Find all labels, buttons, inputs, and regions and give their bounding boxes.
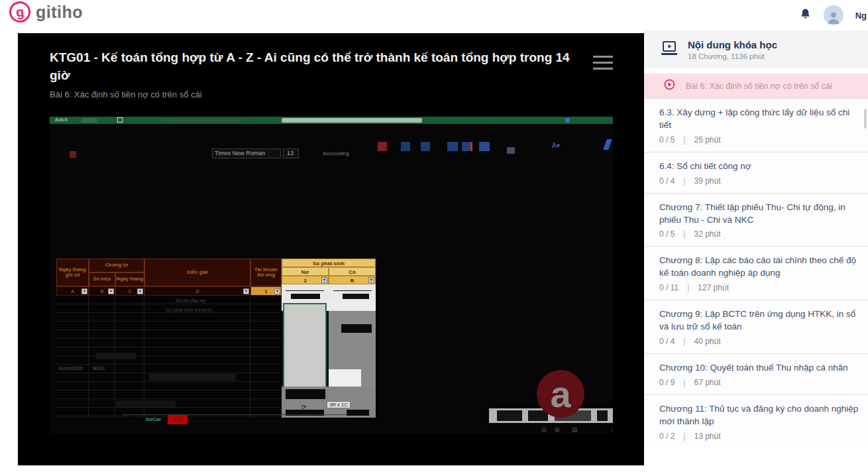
- user-avatar[interactable]: [824, 5, 843, 25]
- autosave-label: AutoS: [55, 117, 68, 122]
- chapter-duration: 25 phút: [694, 135, 720, 145]
- sidebar-subtitle: 18 Chương, 1136 phút: [688, 52, 777, 60]
- filter-dropdown-icon[interactable]: ▾: [274, 288, 280, 294]
- redaction-bar: [96, 353, 136, 359]
- filter-cell[interactable]: C▾: [115, 286, 144, 296]
- column-letter: A: [71, 289, 74, 294]
- filter-dropdown-icon[interactable]: ▾: [321, 277, 327, 283]
- notification-bell-icon[interactable]: [799, 7, 812, 24]
- chapter-meta: 0 / 9|67 phút: [659, 378, 859, 387]
- chapter-item[interactable]: Chương 9: Lập BCTC trên ứng dụng HTKK, i…: [644, 300, 868, 353]
- save-icon: [117, 117, 123, 123]
- column-letter: 2: [303, 278, 306, 284]
- ribbon-icon: [507, 147, 515, 154]
- number-format-label: Accounting: [323, 150, 349, 156]
- redaction-bar: [341, 324, 372, 333]
- ledger-col-doc-no: Số hiệu: [89, 272, 115, 286]
- chapter-item[interactable]: Chương 11: Thủ tục và đăng ký cho doanh …: [644, 394, 868, 448]
- player-control-glyph[interactable]: ⊞: [555, 426, 560, 433]
- chapter-duration: 13 phút: [694, 432, 720, 441]
- ledger-faint-text: Số dư đầu kỳ: [176, 298, 205, 304]
- ribbon-icon: [378, 142, 387, 151]
- ledger-table: Ngày tháng ghi sổ Chứng từ Số hiệu Ngày …: [56, 259, 282, 418]
- chapter-item[interactable]: Chương 8: Lập các báo cáo tài chính theo…: [644, 246, 868, 300]
- chapter-duration: 127 phút: [698, 283, 729, 292]
- ribbon-icon: [479, 142, 490, 151]
- player-control-glyph[interactable]: ⊟: [541, 426, 547, 433]
- redaction-bar: [149, 374, 235, 381]
- sheet-tab-socai[interactable]: SoCai: [146, 416, 161, 422]
- chapter-progress: 0 / 2: [659, 432, 675, 441]
- ledger-col-account: Tài khoản đối ứng: [250, 259, 282, 286]
- filter-cell[interactable]: R▾: [329, 276, 376, 284]
- meta-separator: |: [683, 176, 685, 186]
- cell-underline: [286, 290, 324, 291]
- sheet-tab-nkc[interactable]: NKC: [168, 415, 188, 424]
- chapter-progress: 0 / 5: [659, 135, 675, 145]
- watermark-logo: a: [537, 370, 584, 418]
- ledger-col-desc: Diễn giải: [144, 259, 250, 286]
- chapter-meta: 0 / 11|127 phút: [659, 283, 859, 292]
- chapter-item[interactable]: Chương 10: Quyết toán thuế Thu nhập cá n…: [644, 353, 868, 394]
- play-circle-icon: [664, 79, 675, 93]
- filter-cell[interactable]: B▾: [89, 286, 115, 296]
- sheet-bar-line: [123, 414, 348, 415]
- filter-dropdown-icon[interactable]: ▾: [81, 288, 87, 294]
- brand-logo[interactable]: g gitiho: [9, 1, 83, 23]
- ledger-row-date: 01/01/2020: [58, 365, 83, 371]
- ribbon-icon: [70, 151, 76, 158]
- sidebar-title: Nội dung khóa học: [688, 39, 777, 50]
- amounts-col-debit: Nợ: [282, 267, 329, 276]
- lightning-icon: [603, 139, 612, 150]
- chapter-progress: 0 / 11: [659, 283, 678, 292]
- player-control-glyph[interactable]: ▤: [572, 426, 578, 433]
- filter-cell[interactable]: D▾: [144, 286, 250, 296]
- chapter-title: Chương 10: Quyết toán thuế Thu nhập cá n…: [659, 362, 859, 375]
- ledger-col-date: Ngày tháng ghi sổ: [56, 259, 89, 286]
- chapter-meta: 0 / 5|32 phút: [659, 229, 859, 239]
- ledger-row-doc: BC01: [93, 365, 105, 371]
- menu-icon[interactable]: [593, 52, 613, 74]
- ribbon-icon: [401, 142, 410, 151]
- player-control-glyph[interactable]: ⋮: [610, 426, 613, 433]
- chapter-title: 6.3. Xây dựng + lập công thức lấy dữ liệ…: [659, 107, 859, 132]
- chapter-item[interactable]: Chương 7: Thiết lập phiếu Thu- Chi tự độ…: [644, 193, 868, 247]
- video-player-panel: KTG01 - Kế toán tổng hợp từ A - Z - Ai c…: [18, 33, 644, 465]
- filter-dropdown-icon[interactable]: ▾: [108, 288, 114, 294]
- lesson-subtitle: Bài 6: Xác định số tiền nợ có trên sổ cá…: [50, 89, 612, 99]
- filter-dropdown-icon[interactable]: ▾: [368, 277, 374, 283]
- ribbon-icon: [447, 142, 458, 151]
- font-size-box: 13: [283, 149, 299, 158]
- active-lesson-item[interactable]: Bài 6: Xác định số tiền nợ có trên sổ cá…: [644, 74, 868, 98]
- user-name[interactable]: Ng: [855, 11, 867, 21]
- filter-cell[interactable]: 1▾: [250, 286, 282, 296]
- chapter-meta: 0 / 5|25 phút: [659, 135, 859, 145]
- gitiho-logo-icon: g: [8, 0, 32, 24]
- redaction-bar: [291, 294, 320, 299]
- chapter-item[interactable]: 6.4: Sổ chi tiết công nợ 0 / 4|39 phút: [644, 152, 868, 193]
- topbar-right: Ng: [799, 0, 868, 30]
- filter-dropdown-icon[interactable]: ▾: [137, 288, 143, 294]
- selection-size-badge: 9R x 1C: [327, 401, 351, 408]
- autosave-toggle: [81, 118, 97, 123]
- cell-underline: [333, 290, 372, 291]
- ledger-col-doc: Chứng từ: [89, 259, 144, 272]
- redaction-bar: [116, 400, 176, 407]
- course-title: KTG01 - Kế toán tổng hợp từ A - Z - Ai c…: [50, 49, 580, 85]
- filter-cell[interactable]: A▾: [56, 286, 89, 296]
- sidebar-scrollbar[interactable]: [864, 109, 867, 129]
- column-letter: 1: [265, 289, 268, 294]
- chapter-item[interactable]: 6.3. Xây dựng + lập công thức lấy dữ liệ…: [644, 98, 868, 152]
- scroll-strip-block: [497, 410, 522, 421]
- filter-dropdown-icon[interactable]: ▾: [243, 288, 249, 294]
- chapter-list: 6.3. Xây dựng + lập công thức lấy dữ liệ…: [644, 98, 868, 448]
- filter-cell[interactable]: 2▾: [282, 276, 329, 284]
- ledger-body: Số dư đầu kỳ Số phát sinh trong kỳ 01/01…: [56, 296, 282, 418]
- ledger-col-doc-date: Ngày tháng: [115, 272, 144, 286]
- amounts-table: Số phát sinh Nợ Có 2▾ R▾: [282, 259, 376, 418]
- chapter-title: 6.4: Sổ chi tiết công nợ: [659, 160, 859, 173]
- chapter-meta: 0 / 4|40 phút: [659, 337, 859, 346]
- video-screen[interactable]: AutoS Times New Roman 13 Accounting: [50, 117, 613, 434]
- chapter-progress: 0 / 4: [659, 337, 675, 346]
- meta-separator: |: [683, 432, 685, 441]
